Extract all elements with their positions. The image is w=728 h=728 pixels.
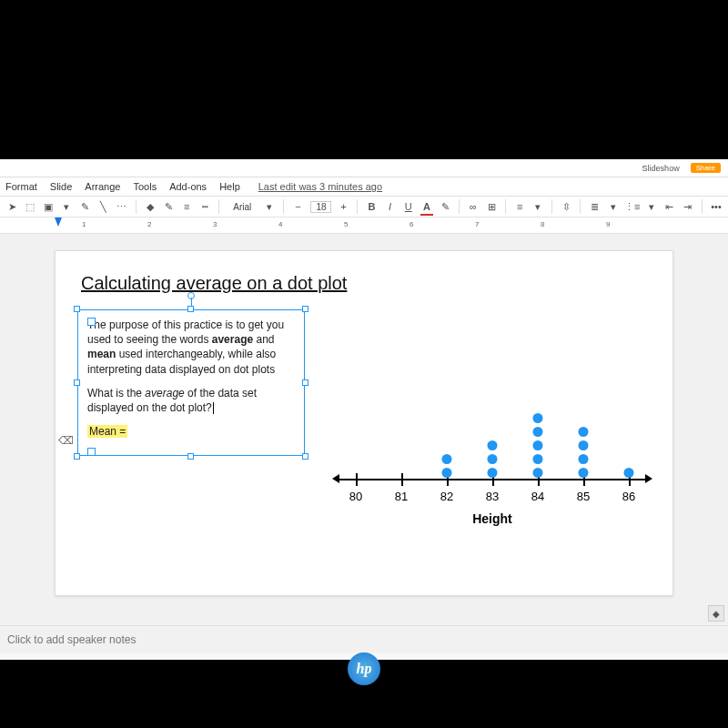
dropdown-caret-icon[interactable]: ▾ [60,199,73,214]
data-dot [579,440,589,450]
bulleted-list-icon[interactable]: ⋮≡ [625,199,640,214]
separator [459,199,460,214]
border-tool-icon[interactable]: ✎ [162,199,175,214]
font-dropdown-icon[interactable]: ▾ [263,199,276,214]
font-size-increase[interactable]: + [337,199,349,214]
data-dot [442,454,452,464]
menu-bar: Format Slide Arrange Tools Add-ons Help … [0,177,728,197]
laptop-bezel-bottom: hp [0,655,728,682]
resize-handle[interactable] [302,453,308,460]
line-spacing-icon[interactable]: ⇳ [560,199,572,214]
menu-format[interactable]: Format [5,181,37,192]
paragraph-1[interactable]: The purpose of this practice is to get y… [87,318,295,377]
align-dropdown-icon[interactable]: ▾ [531,199,544,214]
tick-mark [401,473,403,486]
ruler-tick: 7 [475,220,479,228]
separator [136,199,136,214]
text: and [253,333,274,346]
bullet-dropdown-icon[interactable]: ▾ [645,199,658,214]
resize-handle[interactable] [187,453,194,460]
tick-mark [356,473,358,486]
tick-label: 82 [440,490,453,503]
menu-slide[interactable]: Slide [50,181,72,192]
selected-text-box[interactable]: The purpose of this practice is to get y… [77,309,305,456]
paragraph-2[interactable]: What is the average of the data set disp… [87,386,295,415]
explore-button[interactable]: ◆ [708,605,724,622]
separator [505,199,506,214]
data-dot [442,468,452,478]
slide-title[interactable]: Calculating average on a dot plot [81,273,647,294]
ruler-tick: 9 [606,220,610,228]
menu-help[interactable]: Help [219,181,240,192]
italic-button[interactable]: I [384,199,397,214]
menu-arrange[interactable]: Arrange [85,181,120,192]
more-toolbar-icon[interactable]: ••• [710,199,723,214]
resize-handle[interactable] [302,306,308,312]
x-axis-label: Height [338,511,647,526]
highlight-color-icon[interactable]: ✎ [439,199,451,214]
resize-handle[interactable] [187,306,194,312]
menu-addons[interactable]: Add-ons [169,181,207,192]
last-edit-text[interactable]: Last edit was 3 minutes ago [258,181,382,192]
dot-plot-chart: Height 80818283848586 [338,333,647,533]
mean-line[interactable]: Mean = [87,424,295,439]
text-cursor [213,402,214,414]
comment-icon[interactable]: ✎ [79,199,92,214]
textbox-tool-icon[interactable]: ⬚ [24,199,36,214]
font-size-decrease[interactable]: − [291,199,304,214]
line-tool-icon[interactable]: ╲ [97,199,110,214]
separator [218,199,219,214]
indent-decrease-icon[interactable]: ⇤ [663,199,676,214]
border-weight-icon[interactable]: ≡ [180,199,193,214]
fill-color-icon[interactable]: ◆ [144,199,157,214]
data-dot [579,454,589,464]
border-dash-icon[interactable]: ┅ [198,199,211,214]
menu-tools[interactable]: Tools [133,181,157,192]
align-icon[interactable]: ≡ [513,199,526,214]
slideshow-button[interactable]: Slideshow [642,164,680,173]
tick-label: 80 [349,490,362,503]
more-shapes-icon[interactable]: ⋯ [116,199,128,214]
data-dot [533,454,543,464]
separator [357,199,358,214]
bold-button[interactable]: B [365,199,378,214]
ruler-tick: 1 [82,220,86,228]
hp-logo: hp [348,652,380,685]
slide-canvas-area[interactable]: Calculating average on a dot plot The pu… [0,234,728,625]
ruler-tick: 3 [213,220,217,228]
slide[interactable]: Calculating average on a dot plot The pu… [55,250,673,596]
indent-increase-icon[interactable]: ⇥ [682,199,694,214]
ruler-tick: 5 [344,220,348,228]
resize-handle[interactable] [74,306,80,312]
data-dot [624,468,634,478]
separator [551,199,552,214]
text-color-button[interactable]: A [420,199,433,214]
font-size-input[interactable]: 18 [310,201,332,213]
share-button[interactable]: Share [691,163,721,173]
resize-handle[interactable] [74,379,80,386]
link-icon[interactable]: ∞ [467,199,480,214]
data-dot [533,440,543,450]
text-bold: mean [87,348,116,360]
indent-marker[interactable] [55,217,62,227]
text: used interchangeably, while also interpr… [87,348,276,375]
resize-handle[interactable] [74,453,80,460]
text-italic: average [145,387,184,399]
numbered-list-icon[interactable]: ≣ [588,199,601,214]
tick-label: 85 [577,490,590,503]
ruler-tick: 2 [147,220,151,228]
select-tool-icon[interactable]: ➤ [5,199,18,214]
strikethrough-side-icon[interactable]: ⌫ [58,433,74,448]
horizontal-ruler[interactable]: 123456789 [0,217,728,234]
speaker-notes-placeholder[interactable]: Click to add speaker notes [0,625,728,653]
font-family-select[interactable]: Arial [227,201,258,213]
resize-handle[interactable] [302,379,308,386]
data-dot [533,468,543,478]
data-dot [533,427,543,437]
comment-add-icon[interactable]: ⊞ [485,199,498,214]
camera-black-border-top [0,0,728,159]
data-dot [488,468,498,478]
underline-button[interactable]: U [402,199,415,214]
list-dropdown-icon[interactable]: ▾ [606,199,619,214]
image-tool-icon[interactable]: ▣ [42,199,55,214]
